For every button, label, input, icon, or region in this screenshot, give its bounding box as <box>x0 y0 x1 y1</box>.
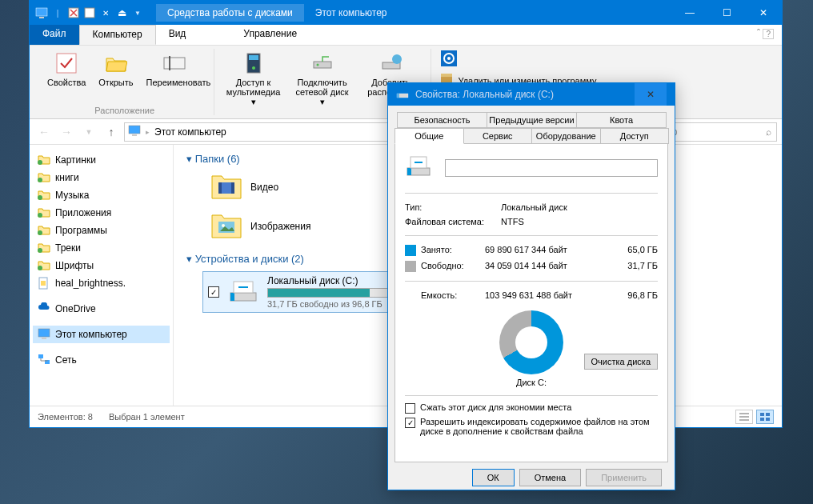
sidebar-item-network[interactable]: Сеть <box>33 351 170 369</box>
recent-dropdown[interactable]: ▼ <box>79 122 98 142</box>
sidebar-item-fonts[interactable]: Шрифты <box>33 257 170 274</box>
maximize-button[interactable]: ☐ <box>708 1 745 25</box>
checkbox-quick-icon[interactable] <box>82 6 97 20</box>
type-label: Тип: <box>405 202 501 212</box>
eject-icon[interactable]: ⏏ <box>114 6 129 20</box>
cloud-icon <box>38 302 50 315</box>
tab-view[interactable]: Вид <box>156 25 199 45</box>
tab-general[interactable]: Общие <box>394 128 464 144</box>
tab-manage[interactable]: Управление <box>230 25 310 45</box>
used-label: Занято: <box>421 245 485 256</box>
ribbon-tabs: Файл Компьютер Вид Управление ˆ ? <box>30 25 782 46</box>
drive-small-icon <box>396 88 409 102</box>
status-count: Элементов: 8 <box>38 412 93 422</box>
svg-rect-4 <box>57 54 76 73</box>
tab-sharing[interactable]: Доступ <box>600 128 670 144</box>
drive-name-input[interactable] <box>445 159 658 177</box>
svg-rect-5 <box>164 58 185 69</box>
ok-button[interactable]: ОК <box>472 469 515 486</box>
map-drive-button[interactable]: Подключить сетевой диск ▾ <box>291 49 354 108</box>
properties-button[interactable]: Свойства <box>44 49 89 106</box>
sidebar-item-this-pc[interactable]: Этот компьютер <box>33 326 170 343</box>
tab-quota[interactable]: Квота <box>576 112 667 128</box>
drive-icon <box>227 277 259 308</box>
ribbon-collapse-icon[interactable]: ˆ ? <box>749 25 782 45</box>
media-access-button[interactable]: Доступ к мультимедиа ▾ <box>222 49 285 108</box>
tiles-view-button[interactable] <box>756 410 774 424</box>
capacity-gb: 96,8 ГБ <box>614 290 658 300</box>
close-quick-icon[interactable]: ✕ <box>98 6 113 20</box>
settings-button[interactable] <box>439 49 459 70</box>
sidebar-item-file[interactable]: heal_brightness. <box>33 274 170 292</box>
up-button[interactable]: ↑ <box>102 122 121 142</box>
back-button[interactable]: ← <box>34 122 54 142</box>
sidebar-item-books[interactable]: книги <box>33 169 170 186</box>
index-checkbox-row[interactable]: ✓Разрешить индексировать содержимое файл… <box>405 417 658 436</box>
folder-icon <box>38 242 50 254</box>
search-icon[interactable]: ⌕ <box>766 126 771 138</box>
capacity-bytes: 103 949 631 488 байт <box>485 290 614 300</box>
close-button[interactable]: ✕ <box>745 1 782 25</box>
tab-tools[interactable]: Сервис <box>463 128 533 144</box>
globe-drive-icon <box>378 50 404 76</box>
sidebar-item-programs[interactable]: Программы <box>33 222 170 239</box>
svg-rect-35 <box>218 182 222 194</box>
video-folder-icon <box>210 171 242 202</box>
titlebar[interactable]: | ✕ ⏏ ▼ Средства работы с дисками Этот к… <box>30 1 782 25</box>
tab-security[interactable]: Безопасность <box>397 112 487 128</box>
dialog-titlebar[interactable]: Свойства: Локальный диск (C:) ✕ <box>388 83 675 106</box>
folder-icon <box>38 206 50 219</box>
usage-pie-chart <box>499 310 563 374</box>
free-bytes: 34 059 014 144 байт <box>485 261 614 272</box>
details-view-button[interactable] <box>735 410 753 424</box>
tab-file[interactable]: Файл <box>30 25 79 45</box>
compress-checkbox[interactable] <box>405 403 415 414</box>
capacity-label: Емкость: <box>421 290 485 300</box>
cancel-button[interactable]: Отмена <box>519 469 581 486</box>
dropdown-quick-icon[interactable]: ▼ <box>130 6 145 20</box>
chevron-right-icon[interactable]: ▸ <box>146 128 150 136</box>
network-icon <box>38 354 50 366</box>
svg-rect-29 <box>41 281 46 286</box>
properties-quick-icon[interactable] <box>66 6 81 20</box>
gear-icon <box>439 49 459 70</box>
drive-checkbox[interactable]: ✓ <box>208 286 219 298</box>
disk-cleanup-button[interactable]: Очистка диска <box>584 354 658 370</box>
sidebar-item-apps[interactable]: Приложения <box>33 204 170 222</box>
tab-prev-versions[interactable]: Предыдущие версии <box>487 112 577 128</box>
monitor-icon[interactable] <box>34 6 49 20</box>
used-bytes: 69 890 617 344 байт <box>485 245 614 256</box>
forward-button[interactable]: → <box>57 122 76 142</box>
svg-rect-40 <box>230 293 234 301</box>
compress-checkbox-row[interactable]: Сжать этот диск для экономии места <box>405 402 658 414</box>
pie-label: Диск C: <box>405 378 658 387</box>
sidebar-item-tracks[interactable]: Треки <box>33 239 170 257</box>
sidebar-item-music[interactable]: Музыка <box>33 186 170 204</box>
used-legend-icon <box>405 245 416 256</box>
svg-rect-42 <box>238 286 248 288</box>
type-value: Локальный диск <box>501 202 658 212</box>
folder-open-icon <box>103 50 129 76</box>
tab-computer[interactable]: Компьютер <box>79 25 156 45</box>
tab-hardware[interactable]: Оборудование <box>531 128 601 144</box>
svg-point-16 <box>447 57 451 60</box>
apply-button[interactable]: Применить <box>586 469 662 486</box>
checkmark-icon <box>54 50 79 76</box>
sidebar-item-onedrive[interactable]: OneDrive <box>33 300 170 318</box>
svg-point-25 <box>38 230 42 235</box>
rename-button[interactable]: Переименовать <box>143 49 206 106</box>
svg-rect-48 <box>760 418 764 421</box>
svg-point-21 <box>38 160 42 165</box>
ribbon-context-label[interactable]: Средства работы с дисками <box>156 4 304 22</box>
svg-rect-8 <box>249 55 258 60</box>
svg-rect-51 <box>397 94 399 98</box>
dialog-close-button[interactable]: ✕ <box>635 83 667 106</box>
minimize-button[interactable]: — <box>671 1 708 25</box>
folder-icon <box>38 224 50 237</box>
drive-large-icon <box>405 154 432 182</box>
svg-rect-49 <box>766 418 770 421</box>
sidebar-item-pictures[interactable]: Картинки <box>33 151 170 169</box>
index-checkbox[interactable]: ✓ <box>405 418 415 428</box>
open-button[interactable]: Открыть <box>95 49 136 106</box>
window-title: Этот компьютер <box>315 7 387 18</box>
